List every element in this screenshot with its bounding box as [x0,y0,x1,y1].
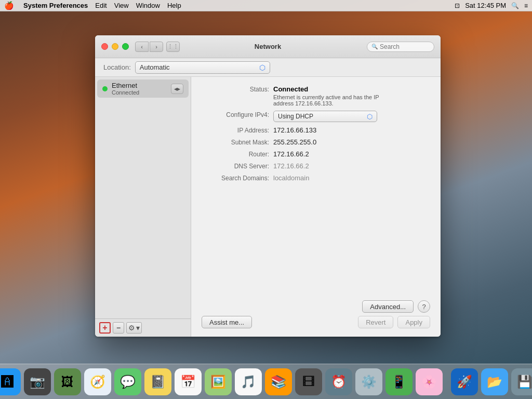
search-box[interactable]: 🔍 [367,42,434,52]
close-button[interactable] [101,43,108,50]
location-select[interactable]: Automatic ⬡ [135,61,270,74]
dock-android[interactable]: 📱 [385,368,413,395]
action-buttons-row: Assist me... Revert Apply [202,316,430,328]
sidebar-item-info: Ethernet Connected [112,82,171,96]
sidebar-arrows-btn[interactable]: ◂▸ [171,84,183,94]
status-dot-connected [102,86,108,91]
help-button[interactable]: ? [418,300,430,313]
window-title: Network [255,43,281,50]
sidebar-item-status: Connected [112,89,171,96]
dns-server-label: DNS Server: [202,162,269,170]
dock-messages[interactable]: 💬 [114,368,141,395]
forward-button[interactable]: › [150,42,163,52]
router-value: 172.16.66.2 [273,150,309,158]
apply-button[interactable]: Apply [397,316,430,328]
menubar-help[interactable]: Help [167,2,181,9]
revert-button[interactable]: Revert [358,316,393,328]
advanced-row: Advanced... ? [202,300,430,313]
location-bar: Location: Automatic ⬡ [95,58,441,77]
sidebar-list: Ethernet Connected ◂▸ [95,77,191,318]
router-label: Router: [202,150,269,158]
configure-ipv4-select[interactable]: Using DHCP ⬡ [273,111,377,122]
grid-button[interactable]: ⋮⋮ [166,42,180,52]
configure-ipv4-value: Using DHCP [278,113,367,120]
subnet-mask-label: Subnet Mask: [202,138,269,146]
menubar-window[interactable]: Window [136,2,160,9]
configure-ipv4-arrow-icon: ⬡ [367,113,373,121]
dock-launchpad[interactable]: 🚀 [451,368,478,395]
configure-ipv4-label: Configure IPv4: [202,111,269,118]
advanced-button[interactable]: Advanced... [362,300,414,313]
dock-app-store[interactable]: 🅰 [0,368,21,395]
configure-ipv4-row: Configure IPv4: Using DHCP ⬡ [202,111,430,122]
menubar-left: 🍎 System Preferences Edit View Window He… [4,1,181,10]
menubar-view[interactable]: View [114,2,129,9]
menubar-edit[interactable]: Edit [95,2,107,9]
dock-time-machine[interactable]: ⏰ [325,368,352,395]
location-arrow-icon: ⬡ [259,63,265,72]
ip-address-label: IP Address: [202,126,269,134]
dock-system-prefs[interactable]: ⚙️ [355,368,382,395]
dock-files[interactable]: 📂 [481,368,508,395]
menubar-time: Sat 12:45 PM [465,2,506,9]
dock: 🔵 🅰 📷 🖼 🧭 💬 📓 📅 🖼️ 🎵 📚 🎞 ⏰ ⚙️ 📱 🌸 🚀 📂 💾 … [0,364,532,399]
dock-server[interactable]: 💾 [511,368,532,395]
search-domains-label: Search Domains: [202,174,269,182]
desktop: StrongVPN.com 🍎 System Preferences Edit … [0,0,532,399]
add-network-button[interactable]: + [99,322,111,334]
gear-arrow-icon: ▾ [136,324,140,332]
subnet-mask-row: Subnet Mask: 255.255.255.0 [202,138,430,146]
back-button[interactable]: ‹ [135,42,149,52]
subnet-mask-value: 255.255.255.0 [273,138,316,146]
minimize-button[interactable] [112,43,118,50]
menubar-right: ⊡ Sat 12:45 PM 🔍 ≡ [455,2,528,9]
dock-camera[interactable]: 📷 [24,368,51,395]
search-icon[interactable]: 🔍 [511,2,519,9]
detail-panel: Status: Connected Ethernet is currently … [191,77,441,337]
remove-network-button[interactable]: − [113,322,124,334]
sidebar-item-name: Ethernet [112,82,171,89]
sidebar-bottom: + − ⚙ ▾ [95,318,191,337]
main-content: Ethernet Connected ◂▸ + − ⚙ ▾ [95,77,441,337]
ip-address-value: 172.16.66.133 [273,126,316,134]
dock-safari[interactable]: 🧭 [84,368,111,395]
dock-calendar[interactable]: 📅 [175,368,202,395]
location-label: Location: [103,63,131,71]
gear-menu-button[interactable]: ⚙ ▾ [126,322,142,334]
network-window: ‹ › ⋮⋮ Network 🔍 Location: Automatic ⬡ [95,35,441,337]
sidebar: Ethernet Connected ◂▸ + − ⚙ ▾ [95,77,191,337]
dns-server-row: DNS Server: 172.16.66.2 [202,162,430,170]
control-center-icon[interactable]: ≡ [524,2,528,9]
menubar-app-name[interactable]: System Preferences [23,2,88,9]
search-domains-row: Search Domains: localdomain [202,174,430,182]
dock-photos-edit[interactable]: 🖼 [54,368,81,395]
router-row: Router: 172.16.66.2 [202,150,430,158]
dock-photos3[interactable]: 🎞 [295,368,322,395]
apple-menu[interactable]: 🍎 [4,1,14,10]
search-icon-small: 🔍 [371,44,378,49]
display-icon[interactable]: ⊡ [455,2,460,9]
search-input[interactable] [380,43,430,50]
dns-server-value: 172.16.66.2 [273,162,309,170]
assist-button[interactable]: Assist me... [202,316,252,328]
gear-icon: ⚙ [128,324,135,332]
traffic-lights [101,43,129,50]
ip-address-row: IP Address: 172.16.66.133 [202,126,430,134]
dock-notes[interactable]: 📓 [144,368,171,395]
dock-photos4[interactable]: 🌸 [416,368,443,395]
status-description: Ethernet is currently active and has the… [273,94,379,107]
sidebar-item-ethernet[interactable]: Ethernet Connected ◂▸ [97,79,189,98]
status-value: Connected [273,85,379,93]
status-row: Status: Connected Ethernet is currently … [202,85,430,107]
dock-music[interactable]: 🎵 [235,368,262,395]
menubar: 🍎 System Preferences Edit View Window He… [0,0,532,11]
detail-spacer [202,186,430,300]
location-value: Automatic [140,63,257,71]
dock-preview[interactable]: 🖼️ [205,368,232,395]
titlebar: ‹ › ⋮⋮ Network 🔍 [95,35,441,58]
maximize-button[interactable] [122,43,129,50]
dock-books[interactable]: 📚 [265,368,292,395]
search-domains-value: localdomain [273,174,309,182]
nav-buttons: ‹ › [135,42,163,52]
status-label: Status: [202,85,269,93]
